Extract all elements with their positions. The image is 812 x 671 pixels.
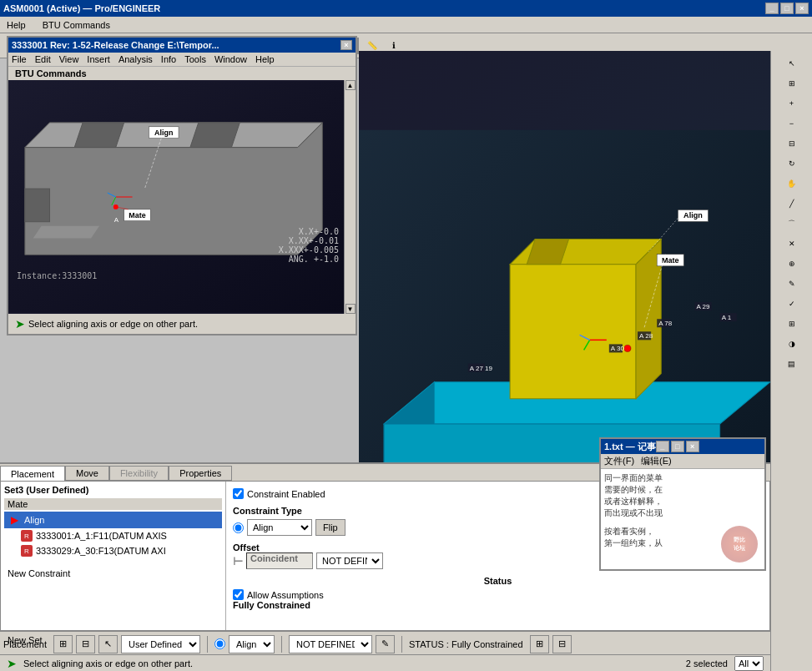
fully-constrained-label: Fully Constrained	[233, 600, 763, 610]
svg-text:A 30: A 30	[611, 345, 625, 352]
notepad-minimize[interactable]: _	[656, 441, 669, 452]
rt-line[interactable]: ╱	[777, 194, 807, 213]
expand-btn[interactable]: ⊞	[530, 635, 549, 653]
notepad-menu-edit[interactable]: 编辑(E)	[641, 455, 672, 467]
tab-flexibility[interactable]: Flexibility	[109, 466, 169, 481]
rt-model-tree[interactable]: ▤	[777, 355, 807, 373]
constraint-dropdown[interactable]: Align Mate	[229, 635, 275, 653]
bt-separator	[207, 636, 208, 653]
svg-rect-5	[25, 189, 50, 222]
collapse-btn[interactable]: ⊟	[552, 635, 572, 653]
constraint-item-align[interactable]: ▶ Align	[4, 512, 222, 528]
allow-assumptions-label: Allow Assumptions	[247, 590, 324, 600]
scroll-down-button[interactable]: ▼	[345, 304, 356, 314]
sub-menu-help[interactable]: Help	[255, 54, 275, 64]
notepad-line-4: 而出现或不出现	[604, 507, 761, 519]
tab-properties[interactable]: Properties	[169, 466, 232, 481]
main-status-bar: ➤ Select aligning axis or edge on other …	[0, 654, 770, 671]
rt-pan2[interactable]: ✋	[777, 174, 807, 193]
close-button[interactable]: ×	[795, 3, 809, 14]
rt-curve[interactable]: ⌒	[777, 214, 807, 233]
rt-datum2[interactable]: ⊕	[777, 255, 807, 273]
menu-btu[interactable]: BTU Commands	[39, 18, 113, 32]
info-line-2: X.XX+-0.01	[279, 236, 339, 245]
constraint-item-text-0: Align	[24, 515, 44, 525]
constraint-type-dropdown[interactable]: Align Mate Insert Coincident	[247, 519, 312, 536]
constraint-enabled-checkbox[interactable]	[233, 488, 244, 499]
rt-select[interactable]: ↖	[777, 54, 807, 73]
rt-check[interactable]: ✓	[777, 295, 807, 313]
rt-appearance[interactable]: ◑	[777, 335, 807, 353]
notepad-close[interactable]: ×	[686, 441, 699, 452]
constraint-enabled-label: Constraint Enabled	[247, 489, 325, 499]
sub-dialog-menu: File Edit View Insert Analysis Info Tool…	[8, 53, 356, 67]
offset-value: Coincident	[246, 552, 313, 569]
offset-type-dropdown[interactable]: NOT DEFIN	[316, 552, 383, 569]
edit-btn[interactable]: ✎	[376, 635, 395, 653]
sub-menu-window[interactable]: Window	[214, 54, 247, 64]
constraint-item-3333001[interactable]: R 3333001:A_1:F11(DATUM AXIS	[4, 528, 222, 543]
rt-cross[interactable]: ✕	[777, 235, 807, 253]
bt-arrow-btn[interactable]: ↖	[98, 635, 118, 653]
scroll-up-button[interactable]: ▲	[345, 80, 356, 90]
svg-text:A  29: A 29	[696, 303, 710, 310]
dialog-message-area: ➤ Select aligning axis or edge on other …	[8, 314, 356, 334]
dialog-message-text: Select aligning axis or edge on other pa…	[28, 319, 198, 329]
main-title-bar: ASM0001 (Active) — Pro/ENGINEER _ □ ×	[0, 0, 812, 17]
rt-zoom-out[interactable]: −	[777, 114, 807, 133]
filter-dropdown[interactable]: All	[734, 656, 764, 671]
rt-zoom-in[interactable]: +	[777, 94, 807, 113]
svg-marker-23	[510, 265, 636, 399]
sub-menu-analysis[interactable]: Analysis	[119, 54, 153, 64]
notepad-title-bar: 1.txt — 记事 _ □ ×	[601, 439, 764, 454]
constraint-item-3333029[interactable]: R 3333029:A_30:F13(DATUM AXI	[4, 543, 222, 558]
offset-icon: ⊢	[233, 554, 243, 568]
menu-help[interactable]: Help	[3, 18, 29, 32]
tab-placement[interactable]: Placement	[0, 466, 65, 481]
constraint-item-text-1: 3333001:A_1:F11(DATUM AXIS	[36, 531, 167, 541]
constraint-type-radio[interactable]	[233, 522, 244, 533]
not-defined-dropdown[interactable]: NOT DEFINED	[289, 635, 372, 653]
rt-view[interactable]: ⊞	[777, 74, 807, 93]
rt-layer[interactable]: ⊞	[777, 315, 807, 333]
svg-text:Mate: Mate	[129, 211, 145, 219]
sub-menu-info[interactable]: Info	[161, 54, 176, 64]
rt-sketch[interactable]: ✎	[777, 275, 807, 293]
title-bar-buttons: _ □ ×	[765, 3, 809, 14]
allow-assumptions-checkbox[interactable]	[233, 589, 244, 600]
sub-menu-edit[interactable]: Edit	[35, 54, 51, 64]
svg-point-31	[624, 345, 631, 351]
bt-grid-btn[interactable]: ⊞	[53, 635, 73, 653]
placement-type-dropdown[interactable]: User Defined	[121, 635, 200, 653]
notepad-menu-file[interactable]: 文件(F)	[604, 455, 634, 467]
placement-type-label: Placement	[3, 639, 47, 649]
rt-spin[interactable]: ↻	[777, 154, 807, 173]
instance-label: Instance:3333001	[17, 271, 97, 280]
notepad-maximize[interactable]: □	[671, 441, 684, 452]
status-fully-constrained: STATUS : Fully Constrained	[409, 639, 523, 649]
rt-section[interactable]: ⊟	[777, 134, 807, 153]
right-toolbar: ↖ ⊞ + − ⊟ ↻ ✋ ╱ ⌒ ✕ ⊕ ✎ ✓ ⊞ ◑ ▤	[770, 51, 812, 671]
sub-menu-view[interactable]: View	[59, 54, 79, 64]
tab-move[interactable]: Move	[65, 466, 109, 481]
minimize-button[interactable]: _	[765, 3, 779, 14]
constraint-radio[interactable]	[214, 638, 225, 649]
bt-separator-3	[401, 636, 402, 653]
constraint-item-text-2: 3333029:A_30:F13(DATUM AXI	[36, 546, 166, 556]
viewport-scrollbar: ▲ ▼	[344, 80, 356, 314]
maximize-button[interactable]: □	[780, 3, 794, 14]
constraint-type-label: Mate	[4, 498, 222, 510]
constraint-set-title: Set3 (User Defined)	[4, 485, 222, 495]
sub-menu-insert[interactable]: Insert	[87, 54, 110, 64]
sub-menu-file[interactable]: File	[12, 54, 27, 64]
bt-copy-btn[interactable]: ⊟	[76, 635, 95, 653]
sub-menu-tools[interactable]: Tools	[184, 54, 206, 64]
flip-button[interactable]: Flip	[315, 519, 345, 536]
sub-dialog-close-button[interactable]: ×	[340, 40, 352, 50]
status-arrow-icon: ➤	[7, 657, 17, 670]
notepad-window: 1.txt — 记事 _ □ × 文件(F) 编辑(E) 同一界面的菜单 需要的…	[599, 437, 766, 571]
main-title: ASM0001 (Active) — Pro/ENGINEER	[3, 3, 160, 13]
notepad-line-1: 同一界面的菜单	[604, 472, 761, 484]
svg-marker-4	[190, 123, 240, 148]
notepad-title-text: 1.txt — 记事	[604, 441, 656, 453]
